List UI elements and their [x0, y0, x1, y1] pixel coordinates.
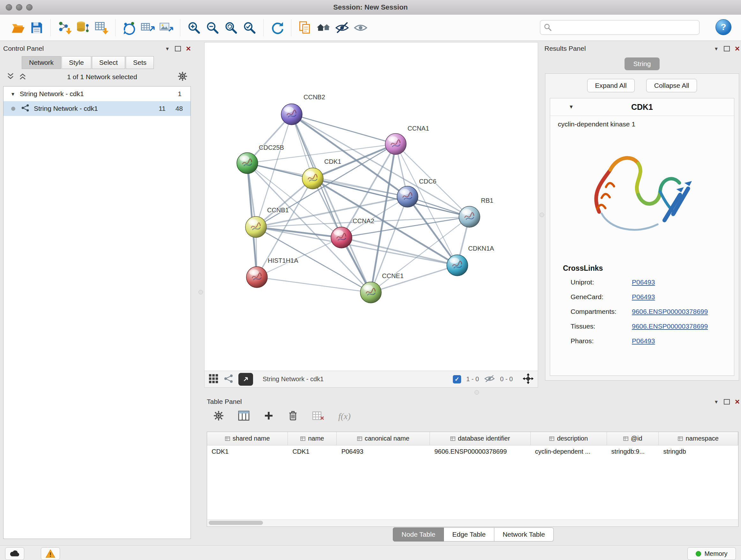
column-header[interactable]: description: [531, 432, 607, 445]
hidden-eye-slash-icon[interactable]: [484, 374, 495, 384]
panel-float-icon[interactable]: ▼: [714, 399, 719, 404]
network-node-cdc6[interactable]: [397, 186, 418, 207]
tab-style[interactable]: Style: [62, 56, 91, 69]
tab-sets[interactable]: Sets: [126, 56, 154, 69]
crosslink-link-genecard[interactable]: P06493: [632, 293, 655, 301]
tab-select[interactable]: Select: [92, 56, 125, 69]
apply-layout-button[interactable]: [120, 18, 138, 37]
network-graph[interactable]: CCNB2CCNA1CDC25BCDK1CDC6RB1CCNB1CCNA2CDK…: [205, 43, 538, 371]
results-tab-string[interactable]: String: [624, 57, 660, 70]
network-node-ccna2[interactable]: [331, 227, 352, 248]
network-edge[interactable]: [257, 277, 371, 293]
network-edge[interactable]: [256, 227, 341, 238]
expand-all-networks-icon[interactable]: [6, 72, 15, 82]
panel-float-icon[interactable]: ▼: [165, 46, 170, 51]
export-image-button[interactable]: [157, 18, 176, 37]
window-close-button[interactable]: [6, 4, 12, 10]
network-edge[interactable]: [256, 179, 313, 227]
search-input[interactable]: [540, 20, 699, 35]
crosslink-link-compartments[interactable]: 9606.ENSP00000378699: [632, 308, 708, 315]
panel-close-icon[interactable]: ×: [735, 44, 740, 53]
scrollbar-thumb[interactable]: [209, 521, 263, 525]
column-header[interactable]: @id: [607, 432, 659, 445]
warnings-button[interactable]: [41, 547, 60, 560]
crosslink-link-tissues[interactable]: 9606.ENSP00000378699: [632, 322, 708, 330]
add-column-plus-icon[interactable]: [264, 411, 274, 422]
crosslink-link-uniprot[interactable]: P06493: [632, 278, 655, 286]
memory-button[interactable]: Memory: [687, 547, 736, 560]
column-header[interactable]: shared name: [207, 432, 288, 445]
table-row[interactable]: CDK1 CDK1 P06493 9606.ENSP00000378699 cy…: [207, 445, 738, 458]
network-collection-row[interactable]: ▼ String Network - cdk1 1: [3, 86, 191, 101]
export-table-button[interactable]: [138, 18, 157, 37]
open-session-button[interactable]: [9, 18, 27, 37]
expand-all-button[interactable]: Expand All: [587, 79, 635, 92]
network-row[interactable]: String Network - cdk1 11 48: [3, 101, 191, 116]
show-columns-icon[interactable]: [238, 411, 250, 422]
share-network-icon[interactable]: [224, 374, 233, 385]
function-builder-icon[interactable]: f(x): [338, 411, 351, 422]
network-node-cdk1[interactable]: [302, 168, 323, 189]
crosslink-link-pharos[interactable]: P06493: [632, 337, 655, 345]
tab-network[interactable]: Network: [22, 56, 61, 69]
network-node-ccnb1[interactable]: [246, 216, 266, 238]
panel-maximize-icon[interactable]: [724, 399, 730, 405]
save-session-button[interactable]: [27, 18, 46, 37]
zoom-fit-button[interactable]: [222, 18, 240, 37]
horizontal-scrollbar[interactable]: [207, 519, 738, 526]
network-node-rb1[interactable]: [459, 206, 480, 227]
delete-table-icon[interactable]: [312, 411, 324, 422]
tab-edge-table[interactable]: Edge Table: [444, 527, 494, 542]
import-table-from-file-button[interactable]: [92, 18, 111, 37]
help-button[interactable]: ?: [716, 19, 731, 35]
network-node-ccne1[interactable]: [360, 282, 381, 303]
panel-close-icon[interactable]: ×: [735, 397, 740, 406]
column-header[interactable]: database identifier: [430, 432, 531, 445]
tab-node-table[interactable]: Node Table: [393, 527, 444, 542]
panel-maximize-icon[interactable]: [724, 46, 730, 51]
open-in-new-window-button[interactable]: [239, 373, 253, 386]
collapse-all-button[interactable]: Collapse All: [646, 79, 697, 92]
column-header[interactable]: name: [288, 432, 337, 445]
zoom-in-button[interactable]: [185, 18, 203, 37]
network-node-cdc25b[interactable]: [237, 152, 258, 174]
network-options-gear-icon[interactable]: [178, 71, 188, 83]
fit-content-crosshair-icon[interactable]: [522, 373, 534, 386]
crosslink-label: Pharos:: [570, 337, 594, 345]
zoom-out-button[interactable]: [203, 18, 222, 37]
splitter-handle[interactable]: [475, 390, 479, 395]
import-network-from-file-button[interactable]: [55, 18, 74, 37]
network-edge[interactable]: [292, 114, 371, 293]
tree-expand-icon[interactable]: ▼: [10, 91, 15, 97]
network-edge[interactable]: [292, 114, 396, 144]
gene-collapse-icon[interactable]: ▼: [569, 104, 574, 110]
cloud-sync-button[interactable]: [5, 547, 24, 560]
tab-network-table[interactable]: Network Table: [494, 527, 554, 542]
birdseye-grid-icon[interactable]: [208, 374, 219, 385]
column-header[interactable]: namespace: [659, 432, 738, 445]
show-graphics-details-icon[interactable]: [351, 18, 370, 37]
network-node-ccnb2[interactable]: [281, 104, 302, 125]
hide-graphics-details-icon[interactable]: [333, 18, 351, 37]
network-node-ccna1[interactable]: [385, 133, 406, 154]
network-node-hist1h1a[interactable]: [246, 266, 267, 288]
window-minimize-button[interactable]: [16, 4, 22, 10]
network-canvas[interactable]: CCNB2CCNA1CDC25BCDK1CDC6RB1CCNB1CCNA2CDK…: [204, 42, 538, 371]
home-networks-button[interactable]: [314, 18, 333, 37]
network-node-cdkn1a[interactable]: [447, 255, 468, 276]
table-settings-gear-icon[interactable]: [213, 410, 224, 422]
delete-column-trash-icon[interactable]: [288, 410, 298, 422]
import-network-from-database-button[interactable]: [74, 18, 92, 37]
window-zoom-button[interactable]: [26, 4, 32, 10]
panel-close-icon[interactable]: ×: [186, 44, 191, 53]
copy-document-button[interactable]: [296, 18, 314, 37]
panel-float-icon[interactable]: ▼: [714, 46, 719, 51]
selected-checkbox-icon[interactable]: ✓: [453, 375, 461, 383]
collapse-all-networks-icon[interactable]: [18, 72, 27, 82]
column-header[interactable]: canonical name: [337, 432, 430, 445]
splitter-handle[interactable]: [199, 290, 203, 294]
refresh-button[interactable]: [268, 18, 286, 37]
panel-maximize-icon[interactable]: [175, 46, 181, 51]
splitter-handle[interactable]: [540, 212, 544, 217]
zoom-selected-button[interactable]: [240, 18, 259, 37]
